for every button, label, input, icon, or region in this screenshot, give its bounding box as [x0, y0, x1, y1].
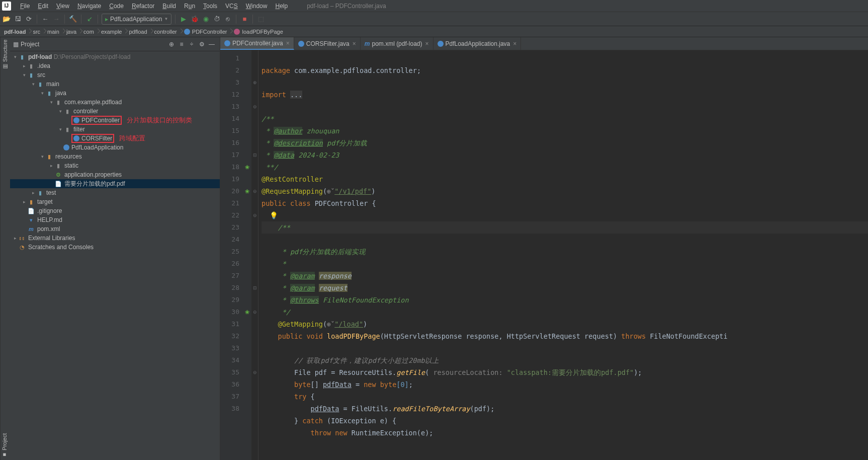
spring-endpoint-icon[interactable]: ❀ [242, 306, 251, 318]
sidebar-tab-structure[interactable]: ▤ Structure [2, 39, 9, 70]
profile-icon[interactable]: ⏱ [212, 15, 221, 24]
fold-open-icon[interactable]: ⊖ [251, 101, 258, 113]
tree-pdfcontroller[interactable]: PDFController 分片加载接口的控制类 [10, 116, 220, 125]
add-config-icon[interactable]: ↙ [85, 15, 94, 24]
fold-open-icon[interactable]: ⊖ [251, 306, 258, 318]
tree-filter[interactable]: ▾▮filter [10, 125, 220, 134]
menu-build[interactable]: Build [158, 2, 180, 11]
menu-help[interactable]: Help [271, 2, 292, 11]
tree-target[interactable]: ▸▮target [10, 197, 220, 206]
tree-pkg[interactable]: ▾▮com.example.pdfload [10, 98, 220, 107]
menu-window[interactable]: Window [242, 2, 272, 11]
editor-area: PDFController.java× CORSFilter.java× mpo… [220, 37, 868, 460]
bc-class[interactable]: PDFController [180, 28, 230, 36]
expand-icon[interactable]: ≡ [177, 41, 187, 48]
tree-test[interactable]: ▸▮test [10, 188, 220, 197]
menu-vcs[interactable]: VCS [221, 2, 242, 11]
bc-java[interactable]: java [62, 28, 79, 36]
coverage-icon[interactable]: ◉ [201, 15, 210, 24]
close-icon[interactable]: × [286, 40, 290, 47]
tree-app[interactable]: PdfLoadApplication [10, 143, 220, 152]
hammer-icon[interactable]: 🔨 [68, 15, 77, 24]
window-title: pdf-load – PDFController.java [307, 3, 386, 10]
bc-com[interactable]: com [79, 28, 97, 36]
tree-main[interactable]: ▾▮main [10, 80, 220, 89]
tab-pom[interactable]: mpom.xml (pdf-load)× [361, 37, 433, 50]
tree-helpmd[interactable]: ▾HELP.md [10, 215, 220, 224]
menu-view[interactable]: View [52, 2, 73, 11]
close-icon[interactable]: × [513, 40, 516, 47]
tab-applicationjava[interactable]: PdfLoadApplication.java× [433, 37, 522, 50]
bc-src[interactable]: src [29, 28, 43, 36]
menu-navigate[interactable]: Navigate [73, 2, 105, 11]
tree-static[interactable]: ▸▮static [10, 161, 220, 170]
locate-icon[interactable]: ⊕ [166, 41, 177, 48]
sync-icon[interactable]: ⟳ [24, 15, 33, 24]
class-icon [298, 41, 304, 47]
tree-resources[interactable]: ▾▮resources [10, 152, 220, 161]
git-icon[interactable]: ⬚ [256, 15, 266, 24]
hide-icon[interactable]: — [207, 41, 217, 48]
source-folder-icon: ▮ [45, 90, 53, 97]
menu-tools[interactable]: Tools [199, 2, 221, 11]
code-text[interactable]: package com.example.pdfload.controller; … [258, 50, 868, 460]
menu-refactor[interactable]: Refactor [128, 2, 158, 11]
folder-icon: ▮ [54, 163, 62, 169]
code-editor[interactable]: 1231213141516171819202122232425262728293… [220, 50, 868, 460]
menu-run[interactable]: Run [180, 2, 199, 11]
package-icon: ▮ [54, 99, 62, 106]
sidebar-tab-project[interactable]: ■ Project [2, 433, 9, 458]
spring-bean-icon[interactable]: ❀ [242, 161, 251, 173]
close-icon[interactable]: × [353, 40, 356, 47]
scratches-icon: ◔ [18, 244, 26, 251]
bulb-icon[interactable]: 💡 [270, 211, 278, 219]
run-icon[interactable]: ▶ [179, 15, 188, 24]
tree-extlib[interactable]: ▸⫾⫾External Libraries [10, 234, 220, 243]
attach-icon[interactable]: ⎋ [223, 15, 232, 24]
open-icon[interactable]: 📂 [2, 15, 11, 24]
tab-pdfcontroller[interactable]: PDFController.java× [220, 37, 294, 50]
back-icon[interactable]: ← [41, 15, 50, 24]
spring-endpoint-icon[interactable]: ❀ [242, 185, 251, 197]
tree-java[interactable]: ▾▮java [10, 89, 220, 98]
tree-scratches[interactable]: ◔Scratches and Consoles [10, 243, 220, 252]
fold-close-icon[interactable]: ⊟ [251, 149, 258, 161]
menu-file[interactable]: File [16, 2, 34, 11]
forward-icon[interactable]: → [52, 15, 61, 24]
fold-icon[interactable]: ⊕ [251, 76, 258, 89]
bc-root[interactable]: pdf-load [0, 28, 29, 36]
bc-method[interactable]: loadPDFByPage [230, 28, 286, 36]
bc-main[interactable]: main [43, 28, 62, 36]
tree-src[interactable]: ▾▮src [10, 70, 220, 80]
debug-icon[interactable]: 🐞 [190, 15, 199, 24]
run-configuration-dropdown[interactable]: ▸ PdfLoadApplication ▼ [102, 14, 171, 25]
tree-corsfilter[interactable]: CORSFilter 跨域配置 [10, 134, 220, 143]
tree-idea[interactable]: ▸▮.idea [10, 61, 220, 70]
fold-open-icon[interactable]: ⊖ [251, 185, 258, 197]
close-icon[interactable]: × [425, 40, 428, 47]
collapse-icon[interactable]: ÷ [187, 41, 197, 48]
tab-corsfilter[interactable]: CORSFilter.java× [294, 37, 361, 50]
stop-icon[interactable]: ■ [240, 15, 249, 24]
project-tree[interactable]: ▾▮pdf-load D:\PersonalProjects\pdf-load … [10, 51, 220, 460]
tree-pdffile[interactable]: 📄需要分片加载的pdf.pdf [10, 179, 220, 188]
tree-pom[interactable]: mpom.xml [10, 224, 220, 234]
tree-root[interactable]: ▾▮pdf-load D:\PersonalProjects\pdf-load [10, 52, 220, 61]
save-icon[interactable]: 🖫 [13, 15, 22, 24]
fold-open-icon[interactable]: ⊖ [251, 209, 258, 221]
tree-appprops[interactable]: ⚙application.properties [10, 170, 220, 179]
tree-controller[interactable]: ▾▮controller [10, 107, 220, 116]
bc-example[interactable]: example [97, 28, 125, 36]
fold-gutter: ⊕ ⊖ ⊟ ⊖ ⊖ ⊟ ⊖ ⊖ [251, 50, 258, 460]
menu-edit[interactable]: Edit [34, 2, 52, 11]
bc-controller[interactable]: controller [150, 28, 180, 36]
folder-icon: ▮ [18, 54, 26, 60]
menu-code[interactable]: Code [105, 2, 128, 11]
project-tool-window: ▦ Project ⊕ ≡ ÷ ⚙ — ▾▮pdf-load D:\Person… [10, 37, 220, 460]
settings-icon[interactable]: ⚙ [197, 41, 207, 48]
tree-gitignore[interactable]: 📄.gitignore [10, 206, 220, 215]
bc-pdfload[interactable]: pdfload [125, 28, 150, 36]
fold-open-icon[interactable]: ⊖ [251, 366, 258, 378]
line-number-gutter: 1231213141516171819202122232425262728293… [220, 50, 242, 460]
fold-close-icon[interactable]: ⊟ [251, 282, 258, 294]
